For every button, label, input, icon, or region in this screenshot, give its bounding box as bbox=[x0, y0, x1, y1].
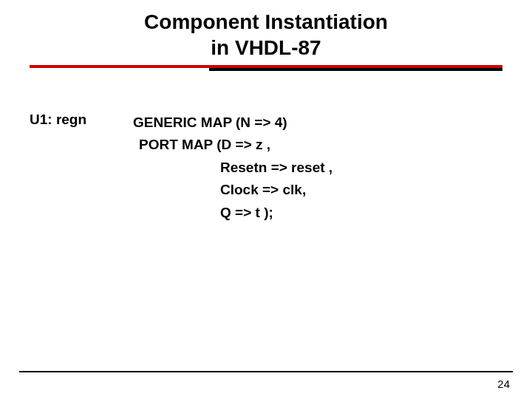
code-resetn: Resetn => reset , bbox=[133, 157, 502, 179]
code-q: Q => t ); bbox=[133, 202, 502, 224]
content-block: U1: regn GENERIC MAP (N => 4) PORT MAP (… bbox=[30, 112, 502, 224]
slide: Component Instantiation in VHDL-87 U1: r… bbox=[0, 0, 532, 399]
title-underline bbox=[30, 65, 502, 71]
code-row: U1: regn GENERIC MAP (N => 4) PORT MAP (… bbox=[30, 112, 502, 224]
code-port-map-open: PORT MAP (D => z , bbox=[133, 134, 502, 156]
code-clock: Clock => clk, bbox=[133, 179, 502, 201]
underline-black bbox=[209, 68, 502, 71]
code-generic-map: GENERIC MAP (N => 4) bbox=[133, 112, 502, 134]
title-block: Component Instantiation in VHDL-87 bbox=[30, 9, 502, 71]
footer-line bbox=[19, 371, 513, 372]
code-column: GENERIC MAP (N => 4) PORT MAP (D => z , … bbox=[133, 112, 502, 224]
label-column: U1: regn bbox=[30, 112, 133, 128]
title-line-2: in VHDL-87 bbox=[30, 35, 502, 61]
title-line-1: Component Instantiation bbox=[30, 9, 502, 35]
page-number: 24 bbox=[497, 378, 510, 390]
instance-label: U1: regn bbox=[30, 112, 86, 127]
